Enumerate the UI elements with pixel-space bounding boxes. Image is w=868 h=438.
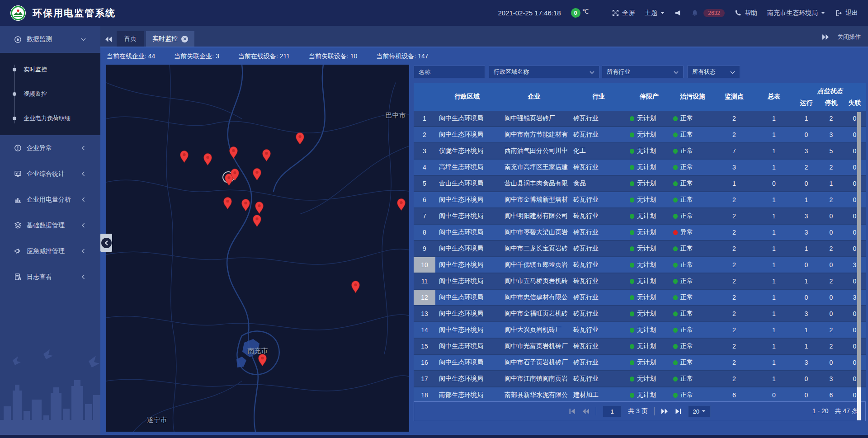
first-page-button[interactable] bbox=[569, 408, 576, 414]
table-scrollbar[interactable] bbox=[857, 112, 861, 420]
cell-stop-count: 0 bbox=[819, 208, 844, 224]
notifications-button[interactable]: 2632 bbox=[691, 9, 725, 17]
cell-meter-count: 1 bbox=[754, 111, 794, 126]
table-row[interactable]: 17阆中生态环境局阆中市江南镇阆南页岩砖瓦行业无计划正常21030 bbox=[414, 371, 866, 387]
mute-button[interactable] bbox=[675, 9, 681, 16]
logout-button[interactable]: 退出 bbox=[835, 9, 858, 17]
close-operations-menu[interactable]: 关闭操作 bbox=[837, 33, 861, 41]
page-number-input[interactable] bbox=[603, 405, 622, 417]
region-select[interactable]: 行政区域名称 bbox=[489, 66, 599, 78]
name-search-input[interactable] bbox=[414, 66, 485, 78]
status-dot-green bbox=[673, 263, 678, 268]
map-pin[interactable] bbox=[255, 201, 264, 214]
sidebar-item[interactable]: 企业用电量分析 bbox=[0, 187, 100, 212]
status-select[interactable]: 所有状态 bbox=[687, 66, 740, 78]
column-index bbox=[414, 83, 435, 111]
tab-item[interactable]: 首页 bbox=[117, 31, 144, 47]
sidebar-subitem[interactable]: 实时监控 bbox=[0, 57, 100, 82]
cell-district: 阆中生态环境局 bbox=[435, 127, 499, 142]
org-menu[interactable]: 南充市生态环境局 bbox=[767, 9, 825, 17]
map-pin[interactable] bbox=[295, 132, 305, 145]
cell-run-count: 0 bbox=[794, 176, 819, 191]
table-row[interactable]: 14阆中生态环境局阆中大兴页岩机砖厂砖瓦行业无计划正常21120 bbox=[414, 322, 866, 339]
map-pin[interactable] bbox=[262, 149, 271, 162]
status-dot-green bbox=[630, 295, 634, 300]
map-pin[interactable] bbox=[229, 146, 238, 159]
column-suspend: 停限产 bbox=[627, 83, 671, 111]
map-pin[interactable] bbox=[179, 150, 189, 163]
sidebar-item[interactable]: 企业异常 bbox=[0, 135, 100, 161]
table-row[interactable]: 8阆中生态环境局阆中市枣碧大梁山页岩砖瓦行业无计划异常21300 bbox=[414, 225, 866, 241]
map-pin[interactable] bbox=[252, 214, 262, 227]
cell-monitor-count: 7 bbox=[714, 143, 754, 159]
help-button[interactable]: 帮助 bbox=[735, 9, 757, 17]
table-row[interactable]: 18南部生态环境局南部县新华水泥有限公建材加工无计划正常60060 bbox=[414, 387, 866, 401]
sidebar-item[interactable]: 企业综合统计 bbox=[0, 161, 100, 187]
table-row[interactable]: 1阆中生态环境局阆中强锐页岩砖厂砖瓦行业无计划正常21120 bbox=[414, 111, 866, 127]
map-pin[interactable] bbox=[241, 198, 250, 212]
row-index: 2 bbox=[414, 127, 435, 142]
tab-active[interactable]: 实时监控 bbox=[146, 31, 194, 47]
page-size-select[interactable]: 20 bbox=[688, 405, 711, 417]
page-size-value: 20 bbox=[693, 408, 699, 415]
map-panel[interactable]: 巴中市南充市遂宁市 bbox=[106, 65, 409, 432]
sidebar-item[interactable]: 日志查看 bbox=[0, 264, 100, 290]
table-row[interactable]: 11阆中生态环境局阆中市五马桥页岩机砖砖瓦行业无计划正常21120 bbox=[414, 273, 866, 290]
sidebar-item[interactable]: 数据监测 bbox=[0, 26, 100, 53]
sidebar-item[interactable]: 应急减排管理 bbox=[0, 238, 100, 264]
cell-suspend: 无计划 bbox=[627, 192, 671, 207]
map-pin[interactable] bbox=[203, 153, 212, 166]
fullscreen-button[interactable]: 全屏 bbox=[612, 9, 635, 17]
sidebar-subitem[interactable]: 视频监控 bbox=[0, 82, 100, 106]
cell-facility: 正常 bbox=[671, 371, 714, 386]
cell-stop-count: 3 bbox=[819, 127, 844, 142]
sidebar-item[interactable]: 基础数据管理 bbox=[0, 212, 100, 238]
table-row[interactable]: 12阆中生态环境局阆中市忠信建材有限公砖瓦行业无计划正常21003 bbox=[414, 290, 866, 306]
cell-stop-count: 2 bbox=[819, 273, 844, 289]
map-pin[interactable] bbox=[396, 198, 406, 211]
table-row[interactable]: 13阆中生态环境局阆中市金福旺页岩机砖砖瓦行业无计划正常21300 bbox=[414, 306, 866, 322]
cell-facility: 正常 bbox=[671, 290, 714, 305]
status-dot-green bbox=[673, 344, 678, 349]
previous-page-button[interactable] bbox=[582, 408, 590, 414]
cell-district: 阆中生态环境局 bbox=[435, 322, 499, 338]
map-pin[interactable] bbox=[230, 168, 240, 181]
table-row[interactable]: 2阆中生态环境局阆中市南方节能建材有砖瓦行业无计划正常21030 bbox=[414, 127, 866, 143]
main-content: 当前在线企业: 44当前失联企业: 3当前在线设备: 211当前失联设备: 10… bbox=[100, 48, 868, 438]
map-pin[interactable] bbox=[252, 168, 262, 181]
cell-stop-count: 0 bbox=[819, 290, 844, 305]
cell-industry: 砖瓦行业 bbox=[570, 208, 627, 224]
table-row[interactable]: 16阆中生态环境局阆中市石子页岩机砖厂砖瓦行业无计划正常21300 bbox=[414, 355, 866, 371]
theme-menu[interactable]: 主题 bbox=[645, 9, 665, 17]
table-row[interactable]: 15阆中生态环境局阆中市光富页岩机砖厂砖瓦行业无计划正常21120 bbox=[414, 339, 866, 355]
cell-meter-count: 1 bbox=[754, 143, 794, 159]
sidebar-item-label: 企业异常 bbox=[27, 144, 52, 152]
table-row[interactable]: 9阆中生态环境局阆中市二龙长宝页岩砖砖瓦行业无计划正常21120 bbox=[414, 241, 866, 257]
chevron-left-icon bbox=[79, 197, 87, 202]
cell-facility: 正常 bbox=[671, 355, 714, 370]
map-pin[interactable] bbox=[351, 280, 360, 293]
table-row[interactable]: 3仪陇生态环境局西南油气田分公司川中化工无计划正常71350 bbox=[414, 143, 866, 160]
table-row[interactable]: 5营山生态环境局营山县润丰肉食品有限食品无计划正常10010 bbox=[414, 176, 866, 192]
cell-industry: 砖瓦行业 bbox=[570, 355, 627, 370]
status-dot-green bbox=[630, 149, 634, 154]
table-row[interactable]: 10阆中生态环境局阆中千佛镇五郎垭页岩砖瓦行业无计划正常21003 bbox=[414, 257, 866, 273]
table-row[interactable]: 6阆中生态环境局阆中市金博瑞新型墙材砖瓦行业无计划正常21120 bbox=[414, 192, 866, 208]
sidebar-subitem[interactable]: 企业电力负荷明细 bbox=[0, 106, 100, 131]
tabs-scroll-left-button[interactable] bbox=[105, 36, 112, 42]
last-page-button[interactable] bbox=[675, 408, 682, 414]
scrollbar-thumb[interactable] bbox=[857, 112, 861, 387]
industry-select[interactable]: 所有行业 bbox=[602, 66, 684, 78]
map-roads bbox=[106, 65, 409, 432]
tabs-scroll-right-button[interactable] bbox=[822, 34, 829, 40]
table-row[interactable]: 7阆中生态环境局阆中明阳建材有限公司砖瓦行业无计划正常21300 bbox=[414, 208, 866, 225]
collapse-map-button[interactable] bbox=[100, 234, 112, 252]
map-pin[interactable] bbox=[258, 353, 267, 367]
cell-stop-count: 2 bbox=[819, 192, 844, 207]
next-page-button[interactable] bbox=[661, 408, 668, 414]
map-pin[interactable] bbox=[223, 197, 232, 210]
cell-stop-count: 0 bbox=[819, 225, 844, 240]
status-dot-green bbox=[673, 360, 678, 365]
close-tab-icon[interactable] bbox=[181, 36, 188, 42]
table-row[interactable]: 4高坪生态环境局南充市高坪区王家店建砖瓦行业无计划正常31220 bbox=[414, 160, 866, 176]
